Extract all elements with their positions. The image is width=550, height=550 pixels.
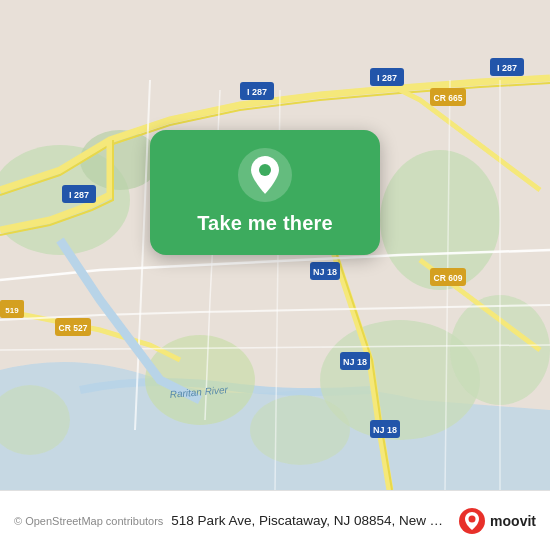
svg-text:I 287: I 287 (497, 63, 517, 73)
svg-text:CR 609: CR 609 (434, 273, 463, 283)
bottom-bar: © OpenStreetMap contributors 518 Park Av… (0, 490, 550, 550)
map-area: I 287 I 287 I 287 I 287 NJ 18 NJ 18 NJ 1… (0, 0, 550, 490)
svg-text:CR 527: CR 527 (59, 323, 88, 333)
svg-text:I 287: I 287 (247, 87, 267, 97)
moovit-icon (458, 507, 486, 535)
moovit-logo: moovit (458, 507, 536, 535)
take-me-there-button-label: Take me there (197, 212, 333, 235)
svg-point-35 (469, 515, 476, 522)
location-pin-icon (238, 148, 292, 202)
take-me-there-card[interactable]: Take me there (150, 130, 380, 255)
svg-text:NJ 18: NJ 18 (343, 357, 367, 367)
svg-text:I 287: I 287 (377, 73, 397, 83)
svg-point-7 (250, 395, 350, 465)
moovit-text: moovit (490, 513, 536, 529)
svg-text:519: 519 (5, 306, 19, 315)
svg-text:NJ 18: NJ 18 (373, 425, 397, 435)
svg-text:NJ 18: NJ 18 (313, 267, 337, 277)
address-text: 518 Park Ave, Piscataway, NJ 08854, New … (171, 513, 450, 528)
copyright-text: © OpenStreetMap contributors (14, 515, 163, 527)
svg-text:CR 665: CR 665 (434, 93, 463, 103)
svg-text:I 287: I 287 (69, 190, 89, 200)
svg-point-33 (259, 164, 271, 176)
